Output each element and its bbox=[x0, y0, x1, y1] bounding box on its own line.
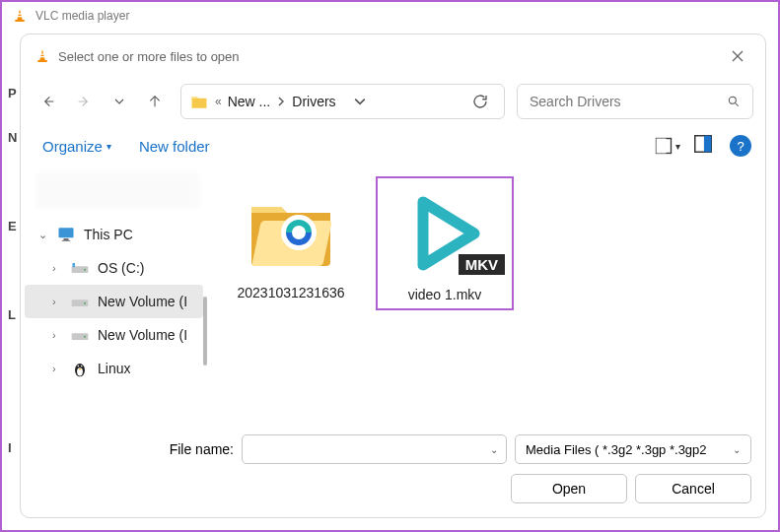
svg-rect-11 bbox=[59, 228, 74, 237]
svg-point-23 bbox=[78, 366, 80, 367]
svg-rect-1 bbox=[18, 16, 23, 17]
file-label: 20231031231636 bbox=[237, 285, 344, 300]
svg-rect-4 bbox=[40, 56, 45, 57]
svg-rect-13 bbox=[62, 240, 70, 241]
breadcrumb-prefix: « bbox=[215, 95, 222, 108]
nav-toolbar: « New ... Drivers bbox=[21, 76, 765, 127]
dialog-title: Select one or more files to open bbox=[58, 49, 724, 64]
svg-rect-5 bbox=[37, 60, 46, 62]
search-field[interactable] bbox=[530, 94, 727, 109]
close-button[interactable] bbox=[724, 42, 751, 70]
svg-point-16 bbox=[84, 269, 86, 271]
filename-field[interactable] bbox=[250, 441, 490, 457]
up-button[interactable] bbox=[139, 86, 171, 117]
tree-item-new-volume-1[interactable]: › New Volume (I bbox=[25, 285, 203, 318]
file-item-folder[interactable]: 20231031231636 bbox=[222, 176, 360, 306]
forward-button[interactable] bbox=[68, 86, 100, 117]
app-titlebar: VLC media player bbox=[2, 2, 778, 30]
preview-pane-button[interactable] bbox=[692, 133, 714, 159]
monitor-icon bbox=[56, 225, 76, 244]
chevron-right-icon: › bbox=[52, 329, 64, 341]
file-label: video 1.mkv bbox=[408, 287, 482, 302]
breadcrumb-segment[interactable]: New ... bbox=[228, 94, 271, 109]
file-open-dialog: Select one or more files to open « New .… bbox=[20, 33, 766, 518]
refresh-button[interactable] bbox=[464, 86, 496, 117]
drive-icon bbox=[70, 258, 90, 278]
view-mode-button[interactable]: ▾ bbox=[654, 136, 680, 156]
chevron-right-icon: › bbox=[52, 296, 64, 307]
drive-icon bbox=[70, 325, 90, 345]
background-fragment: PNELI bbox=[8, 71, 17, 470]
tree-item-new-volume-2[interactable]: › New Volume (I bbox=[21, 318, 207, 352]
chevron-down-icon bbox=[111, 94, 127, 109]
close-icon bbox=[731, 49, 745, 63]
app-title: VLC media player bbox=[35, 9, 129, 23]
svg-rect-3 bbox=[40, 53, 44, 54]
tree-item-os-drive[interactable]: › OS (C:) bbox=[21, 251, 207, 285]
dialog-titlebar: Select one or more files to open bbox=[21, 34, 765, 76]
cancel-button[interactable]: Cancel bbox=[635, 474, 751, 503]
svg-point-24 bbox=[81, 366, 83, 367]
drive-icon bbox=[70, 292, 90, 311]
chevron-down-icon: ⌄ bbox=[38, 229, 50, 241]
svg-rect-0 bbox=[18, 13, 22, 14]
file-type-filter[interactable]: Media Files ( *.3g2 *.3gp *.3gp2 ⌄ bbox=[515, 434, 751, 464]
svg-rect-2 bbox=[15, 20, 24, 22]
preview-pane-icon bbox=[692, 133, 714, 155]
view-grid-icon bbox=[654, 136, 674, 156]
tree-item-this-pc[interactable]: ⌄ This PC bbox=[21, 218, 207, 251]
quick-access-blurred bbox=[36, 172, 199, 208]
new-folder-button[interactable]: New folder bbox=[139, 138, 210, 155]
vlc-logo-icon bbox=[12, 8, 28, 24]
svg-rect-15 bbox=[73, 263, 76, 267]
open-button[interactable]: Open bbox=[511, 474, 627, 503]
back-button[interactable] bbox=[33, 86, 64, 117]
mkv-badge: MKV bbox=[459, 254, 505, 275]
svg-point-18 bbox=[84, 302, 86, 304]
sidebar: ⌄ This PC › OS (C:) › New Volume (I › Ne… bbox=[21, 168, 208, 425]
chevron-down-icon: ⌄ bbox=[733, 444, 741, 455]
svg-rect-10 bbox=[704, 136, 711, 153]
scrollbar-thumb[interactable] bbox=[203, 297, 207, 366]
command-bar: Organize▾ New folder ▾ ? bbox=[21, 127, 765, 168]
svg-point-20 bbox=[84, 336, 86, 338]
chevron-down-icon: ▾ bbox=[106, 141, 111, 152]
search-icon bbox=[727, 95, 741, 108]
chevron-down-icon[interactable]: ⌄ bbox=[490, 444, 498, 455]
penguin-icon bbox=[70, 359, 90, 378]
tree-item-linux[interactable]: › Linux bbox=[21, 352, 207, 385]
search-input[interactable] bbox=[517, 84, 753, 119]
folder-icon bbox=[189, 92, 209, 111]
chevron-right-icon: › bbox=[52, 363, 64, 374]
arrow-up-icon bbox=[147, 94, 163, 109]
filename-input[interactable]: ⌄ bbox=[242, 434, 507, 464]
chevron-down-icon: ▾ bbox=[675, 141, 680, 152]
arrow-right-icon bbox=[76, 94, 92, 109]
filename-label: File name: bbox=[35, 441, 242, 457]
chevron-down-icon[interactable] bbox=[354, 96, 366, 107]
help-button[interactable]: ? bbox=[730, 135, 751, 157]
arrow-left-icon bbox=[40, 94, 56, 109]
vlc-logo-icon bbox=[35, 48, 50, 64]
folder-open-icon bbox=[242, 187, 340, 276]
svg-point-6 bbox=[729, 97, 736, 103]
breadcrumb-segment[interactable]: Drivers bbox=[292, 94, 335, 109]
refresh-icon bbox=[471, 93, 489, 110]
file-item-video[interactable]: MKV video 1.mkv bbox=[376, 176, 514, 310]
folder-thumbnail bbox=[237, 182, 345, 281]
dialog-footer: File name: ⌄ Media Files ( *.3g2 *.3gp *… bbox=[21, 425, 765, 517]
organize-button[interactable]: Organize▾ bbox=[42, 138, 111, 155]
recent-button[interactable] bbox=[104, 86, 135, 117]
breadcrumb[interactable]: « New ... Drivers bbox=[180, 84, 505, 119]
video-thumbnail: MKV bbox=[390, 184, 499, 283]
chevron-right-icon bbox=[276, 97, 286, 106]
file-list: 20231031231636 MKV video 1.mkv bbox=[208, 168, 765, 425]
svg-rect-12 bbox=[64, 238, 69, 240]
svg-rect-8 bbox=[657, 139, 667, 154]
chevron-right-icon: › bbox=[52, 262, 64, 274]
